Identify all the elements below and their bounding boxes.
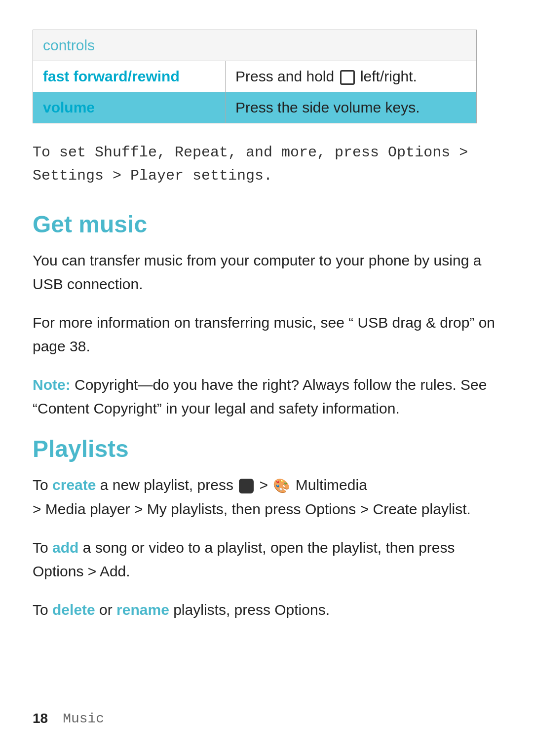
multimedia-arrow: > [260,477,272,493]
row-desc-ff: Press and hold left/right. [226,61,477,92]
playlists-create-para: To create a new playlist, press > 🎨 Mult… [33,473,500,521]
add-link: add [52,539,78,556]
add-suffix: a song or video to a playlist, open the … [33,539,455,579]
multimedia-label: Multimedia [296,477,367,493]
delete-link: delete [52,602,95,618]
playlists-delete-para: To delete or rename playlists, press Opt… [33,598,500,622]
rename-link: rename [116,602,169,618]
delete-or: or [99,602,116,618]
page-number: 18 [33,711,48,726]
note-label: Note: [33,377,71,393]
get-music-note: Note: Copyright—do you have the right? A… [33,373,500,420]
table-header: controls [33,30,477,61]
page-footer: 18 Music [33,711,104,726]
row-label-vol: volume [33,92,226,123]
table-row: fast forward/rewind Press and hold left/… [33,61,477,92]
delete-suffix: playlists, press Options. [173,602,330,618]
get-music-heading: Get music [33,211,500,238]
create-link: create [52,477,96,493]
controls-table: controls fast forward/rewind Press and h… [33,30,477,123]
row-label-ff: fast forward/rewind [33,61,226,92]
get-music-para1: You can transfer music from your compute… [33,249,500,296]
footer-section-label: Music [63,711,104,726]
square-button-icon [340,70,355,85]
table-row: volume Press the side volume keys. [33,92,477,123]
note-text: Copyright—do you have the right? Always … [33,377,487,416]
get-music-para2: For more information on transferring mus… [33,311,500,358]
playlists-heading: Playlists [33,435,500,462]
playlists-add-para: To add a song or video to a playlist, op… [33,536,500,583]
create-suffix: a new playlist, press [100,477,237,493]
create-path: > Media player > My playlists, then pres… [33,501,471,517]
settings-note: To set Shuffle, Repeat, and more, press … [33,141,500,187]
menu-button-icon [239,479,254,493]
row-desc-vol: Press the side volume keys. [226,92,477,123]
multimedia-icon: 🎨 [273,475,290,497]
